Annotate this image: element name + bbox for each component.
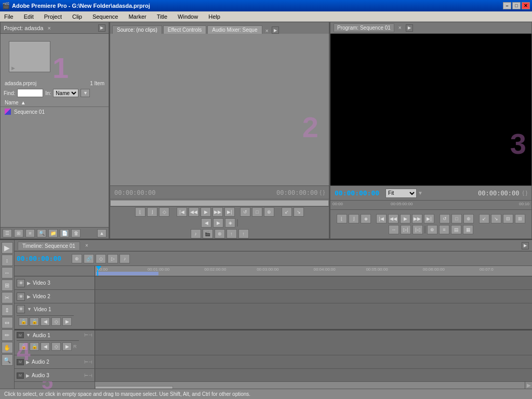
tab-audio-mixer[interactable]: Audio Mixer: Seque	[207, 25, 262, 34]
video2-eye[interactable]: 👁	[17, 292, 25, 301]
mark-out-btn[interactable]: ⌋	[147, 207, 157, 217]
go-to-out-btn[interactable]: ▶|	[224, 207, 235, 217]
work-area-bar[interactable]	[96, 272, 158, 275]
prog-loop[interactable]: ↺	[440, 214, 450, 223]
find-input[interactable]	[17, 89, 43, 97]
automate-btn[interactable]: ≡	[25, 229, 35, 237]
track-lock-btn[interactable]: 🔒	[30, 317, 39, 326]
tab-source[interactable]: Source: (no clips)	[112, 25, 162, 34]
audio3-content[interactable]	[95, 369, 532, 381]
prog-go-to-in[interactable]: |◀	[376, 214, 387, 223]
video2-expand[interactable]: ▶	[27, 294, 31, 299]
prog-match-frame[interactable]: ◈	[361, 214, 371, 223]
add-keyframe-btn[interactable]: ◇	[51, 317, 61, 326]
prog-mark-out-btn[interactable]: ⌋	[349, 214, 359, 223]
timeline-menu-btn[interactable]: ▶	[522, 242, 529, 249]
timeline-timecode[interactable]: 00:00:00:00	[17, 255, 61, 262]
linked-selection-btn[interactable]: 🔗	[84, 254, 94, 263]
prog-step-back[interactable]: ◀◀	[388, 214, 398, 223]
tab-program[interactable]: Program: Sequence 01	[334, 23, 394, 32]
add-video-btn[interactable]: ▷	[108, 254, 118, 263]
timeline-scroll-right-btn[interactable]: ▶	[525, 382, 532, 389]
video3-eye[interactable]: 👁	[17, 279, 25, 287]
slip-tool-btn[interactable]: ⇕	[2, 304, 13, 316]
menu-file[interactable]: File	[2, 12, 16, 21]
audio1-next-key[interactable]: ▶	[62, 342, 72, 351]
timeline-tab[interactable]: Timeline: Sequence 01	[18, 242, 80, 250]
hand-tool-btn[interactable]: ✋	[2, 342, 13, 353]
video-only-btn[interactable]: 🎬	[203, 229, 213, 238]
prog-jog-bar[interactable]	[424, 226, 425, 233]
video3-content[interactable]	[95, 276, 532, 289]
program-timecode-left[interactable]: 00:00:00:00	[335, 189, 379, 197]
menu-title[interactable]: Title	[155, 12, 169, 21]
snap-btn[interactable]: ⊕	[72, 254, 82, 263]
prog-go-to-out[interactable]: ▶|	[424, 214, 434, 223]
video1-content[interactable]	[95, 303, 532, 329]
prog-btn2[interactable]: ▤	[451, 225, 461, 234]
step-back-btn[interactable]: ◀◀	[189, 207, 199, 217]
mark-in-btn[interactable]: ⌊	[135, 207, 145, 217]
scroll-up-btn[interactable]: ▲	[97, 229, 107, 237]
take-video-btn[interactable]: ↑	[238, 229, 249, 238]
timeline-ruler[interactable]: :00:00 00:01:00:00 00:02:00:00 00:03:00:…	[95, 266, 532, 276]
audio3-expand[interactable]: ▶	[26, 373, 30, 378]
go-to-in-btn[interactable]: |◀	[177, 207, 187, 217]
audio1-content[interactable]	[95, 330, 532, 355]
prog-in-out[interactable]: ↔	[389, 225, 399, 234]
pen-tool-btn[interactable]: ✏	[2, 329, 13, 341]
fit-select[interactable]: Fit	[385, 189, 417, 198]
program-panel-menu[interactable]: ▶	[406, 24, 413, 32]
in-select[interactable]: Name	[53, 89, 78, 97]
razor-tool-btn[interactable]: ✂	[2, 292, 13, 303]
source-panel-close[interactable]: ×	[265, 28, 269, 34]
audio-only-btn[interactable]: ♪	[191, 229, 201, 238]
prog-multicam[interactable]: ⊕	[427, 225, 437, 234]
video3-expand[interactable]: ▶	[27, 281, 31, 286]
tab-effect-controls[interactable]: Effect Controls	[163, 25, 206, 34]
menu-clip[interactable]: Clip	[70, 12, 84, 21]
safe-margins-btn[interactable]: □	[252, 207, 262, 217]
program-panel-close[interactable]: ×	[398, 25, 402, 31]
timeline-hscrollbar[interactable]: ▶	[15, 381, 532, 389]
prog-lift[interactable]: ⊞	[515, 214, 525, 223]
project-panel-close[interactable]: ×	[47, 25, 50, 31]
project-item-sequence01[interactable]: Sequence 01	[1, 107, 109, 116]
close-button[interactable]: ✕	[522, 2, 530, 9]
project-panel-menu[interactable]: ▶	[98, 24, 105, 32]
prev-keyframe-btn[interactable]: ◀	[41, 317, 50, 326]
video2-content[interactable]	[95, 290, 532, 303]
audio1-track-lock[interactable]: 🔒	[30, 342, 39, 351]
new-item-btn[interactable]: 📄	[60, 229, 69, 237]
add-marker-tl-btn[interactable]: ◇	[96, 254, 106, 263]
list-view-btn[interactable]: ☰	[3, 229, 12, 237]
add-marker-btn[interactable]: ◈	[225, 218, 235, 228]
prog-trim-prev[interactable]: ↙	[479, 214, 489, 223]
add-audio-btn[interactable]: ♪	[119, 254, 130, 263]
audio1-expand[interactable]: ▼	[26, 332, 31, 338]
prog-step-fwd[interactable]: ▶▶	[412, 214, 422, 223]
loop-btn[interactable]: ↺	[240, 207, 250, 217]
delete-btn[interactable]: 🗑	[71, 229, 81, 237]
next-keyframe-btn[interactable]: ▶	[62, 317, 72, 326]
ripple-edit-tool-btn[interactable]: ↔	[2, 267, 13, 278]
minimize-button[interactable]: –	[503, 2, 511, 9]
take-audio-btn[interactable]: ↑	[227, 229, 237, 238]
maximize-button[interactable]: □	[512, 2, 521, 9]
timeline-scroll-thumb-h[interactable]	[95, 386, 173, 389]
audio2-expand[interactable]: ▶	[26, 360, 30, 365]
jog-bar[interactable]	[237, 219, 238, 227]
prog-safe-margins[interactable]: □	[451, 214, 462, 223]
menu-project[interactable]: Project	[42, 12, 64, 21]
audio1-prev-key[interactable]: ◀	[41, 342, 50, 351]
rolling-edit-tool-btn[interactable]: ⊞	[2, 280, 13, 291]
audio1-add-key[interactable]: ◇	[51, 342, 61, 351]
slide-tool-btn[interactable]: ⇔	[2, 317, 13, 328]
new-bin-btn[interactable]: 📁	[48, 229, 58, 237]
find-btn-bottom[interactable]: 🔍	[37, 229, 46, 237]
selection-tool-btn[interactable]: ▶	[2, 242, 13, 254]
menu-sequence[interactable]: Sequence	[90, 12, 121, 21]
output-btn[interactable]: ⊕	[264, 207, 274, 217]
zoom-tool-btn[interactable]: 🔍	[2, 354, 13, 366]
prog-go-next-marker[interactable]: ▷|	[401, 225, 411, 234]
